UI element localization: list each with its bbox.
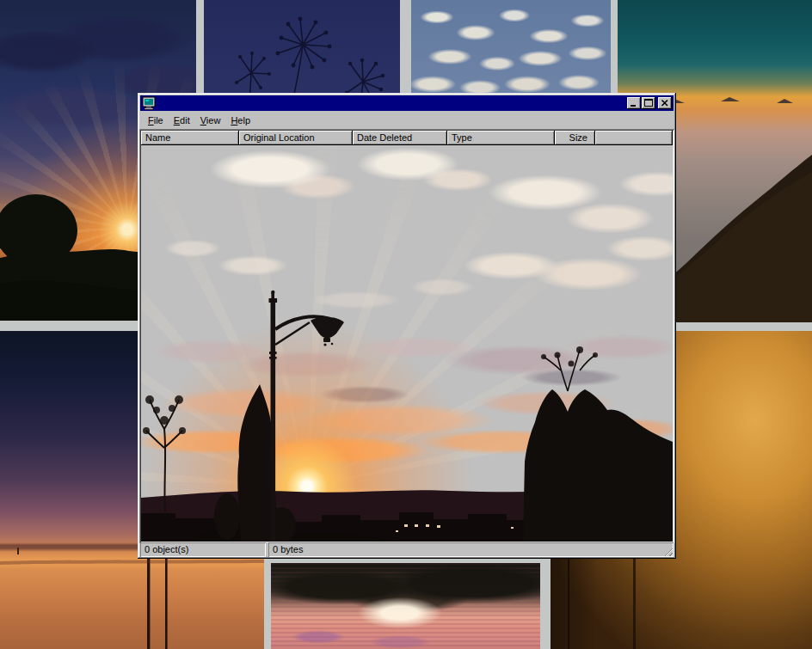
list-view-body-photo[interactable] xyxy=(141,145,673,542)
menu-view[interactable]: View xyxy=(195,113,226,127)
list-view[interactable]: Name Original Location Date Deleted Type… xyxy=(139,129,674,543)
status-bar: 0 object(s) 0 bytes xyxy=(140,542,674,557)
computer-window-icon xyxy=(142,96,156,110)
close-button[interactable] xyxy=(658,97,672,109)
status-bytes-panel: 0 bytes xyxy=(268,542,674,557)
menu-help-rest: elp xyxy=(237,115,250,126)
maximize-button[interactable] xyxy=(642,97,655,109)
menu-bar: File Edit View Help xyxy=(140,112,674,128)
resize-grip[interactable] xyxy=(662,546,673,556)
pole-silhouette-short xyxy=(568,553,569,649)
column-header-size[interactable]: Size xyxy=(555,131,595,145)
column-header-filler[interactable] xyxy=(595,131,673,145)
column-header-date-deleted[interactable]: Date Deleted xyxy=(353,131,447,145)
minimize-button[interactable] xyxy=(627,97,641,109)
status-bytes: 0 bytes xyxy=(273,544,303,554)
close-icon xyxy=(658,97,672,109)
menu-edit[interactable]: Edit xyxy=(169,113,195,127)
minimize-icon xyxy=(627,97,641,109)
menu-help[interactable]: Help xyxy=(225,113,255,127)
menu-file[interactable]: File xyxy=(143,113,169,127)
column-header-name[interactable]: Name xyxy=(141,131,239,145)
menu-edit-accel: E xyxy=(174,115,180,126)
status-objects: 0 object(s) xyxy=(140,542,266,557)
column-header-original-location[interactable]: Original Location xyxy=(239,131,353,145)
menu-view-accel: V xyxy=(200,115,206,126)
menu-file-rest: ile xyxy=(154,115,163,126)
wallpaper-tile-pink-reflection xyxy=(271,563,540,649)
maximize-icon xyxy=(642,97,655,109)
column-header-row: Name Original Location Date Deleted Type… xyxy=(141,131,673,145)
window-titlebar[interactable] xyxy=(140,95,674,111)
recycle-bin-window[interactable]: File Edit View Help Name Original Locati… xyxy=(138,93,676,559)
menu-view-rest: iew xyxy=(206,115,221,126)
column-header-type[interactable]: Type xyxy=(447,131,555,145)
right-trees-silhouette xyxy=(523,389,673,542)
photo-silhouettes xyxy=(141,145,673,542)
menu-edit-rest: dit xyxy=(180,115,190,126)
menu-file-accel: F xyxy=(148,115,154,126)
